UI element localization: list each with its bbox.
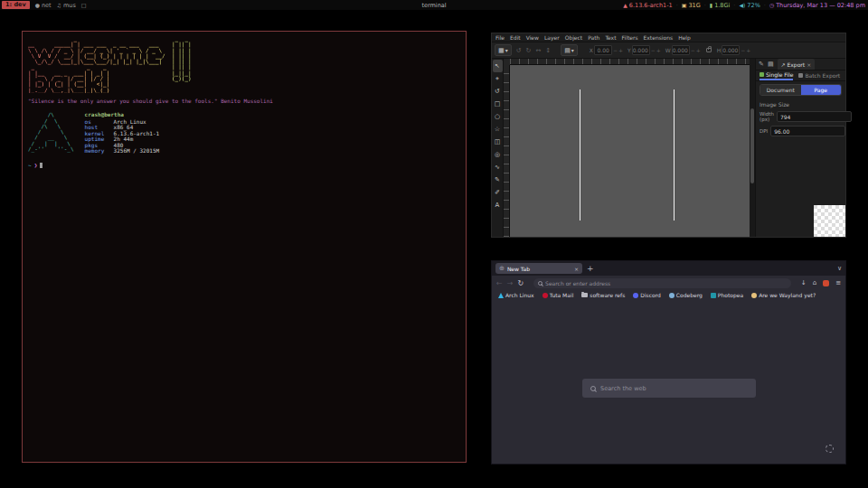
minus-button[interactable]: −: [651, 47, 656, 53]
minus-button[interactable]: −: [691, 47, 695, 53]
menu-text[interactable]: Text: [605, 34, 616, 41]
download-icon[interactable]: ↓: [801, 279, 807, 286]
rotate-cw-icon[interactable]: ↻: [526, 47, 532, 54]
box-3d-tool[interactable]: ◫: [493, 136, 503, 148]
width-input[interactable]: [777, 111, 852, 122]
arch-icon: ▲: [623, 2, 627, 8]
pen-tool[interactable]: ✎: [493, 174, 503, 186]
plus-button[interactable]: +: [696, 47, 701, 53]
x-value[interactable]: 0.00: [594, 45, 612, 55]
h-value[interactable]: 0.000: [722, 45, 740, 55]
objects-panel-icon[interactable]: ✎: [759, 61, 764, 68]
close-tab-icon[interactable]: ×: [574, 266, 579, 272]
page-border-right: [674, 89, 675, 221]
x-spinbox[interactable]: X 0.00 − +: [590, 45, 623, 55]
menu-file[interactable]: File: [495, 34, 505, 41]
tab-list-chevron-icon[interactable]: ∨: [837, 265, 842, 272]
bookmark-arch-linux[interactable]: Arch Linux: [498, 292, 534, 298]
pencil-tool[interactable]: ∿: [493, 161, 503, 174]
minus-button[interactable]: −: [741, 47, 745, 53]
close-icon[interactable]: ×: [807, 61, 811, 68]
grid-icon: ▦: [498, 47, 505, 54]
ellipse-tool[interactable]: ○: [493, 110, 503, 123]
export-tab[interactable]: ↗ Export ×: [778, 59, 816, 70]
new-tab-button[interactable]: +: [587, 264, 594, 273]
reload-button[interactable]: ↻: [517, 279, 524, 287]
disk-module: ▣ 31G: [682, 2, 701, 9]
tab-single-file[interactable]: Single File: [760, 70, 793, 80]
ublock-extension-icon[interactable]: [823, 280, 829, 286]
separator: ·: [704, 2, 706, 9]
align-dropdown[interactable]: ▤ ▾: [561, 44, 578, 56]
rectangle-tool[interactable]: □: [493, 98, 503, 110]
volume-level: 72%: [747, 2, 760, 9]
rectangle-icon: □: [495, 100, 501, 108]
node-tool[interactable]: ⌖: [493, 72, 503, 85]
web-search-input[interactable]: [600, 385, 748, 392]
spiral-tool[interactable]: ◎: [493, 148, 503, 161]
bookmark-photopea[interactable]: Photopea: [711, 292, 743, 298]
batch-export-icon: [798, 73, 803, 78]
minus-button[interactable]: −: [613, 47, 618, 53]
plus-button[interactable]: +: [656, 47, 661, 53]
shape-builder-tool[interactable]: ↺: [493, 85, 503, 98]
h-spinbox[interactable]: H 0.000 − +: [717, 45, 751, 55]
web-search-bar[interactable]: [582, 379, 756, 398]
volume-module[interactable]: ◀) 72%: [739, 2, 760, 9]
terminal-window[interactable]: _ _ _ __ _____| | ___ ___ _ __ ___ ___ |…: [22, 31, 467, 463]
page-button[interactable]: Page: [801, 85, 842, 95]
menu-view[interactable]: View: [526, 34, 539, 41]
dpi-input[interactable]: [770, 126, 845, 136]
shell-prompt[interactable]: ~ ❯: [28, 163, 460, 168]
menu-path[interactable]: Path: [588, 34, 599, 41]
w-value[interactable]: 0.000: [672, 45, 690, 55]
lock-ratio-icon[interactable]: [706, 48, 712, 52]
chevron-down-icon: ▾: [505, 47, 508, 53]
bookmark-label: software refs: [590, 292, 625, 298]
photopea-favicon: [711, 293, 716, 298]
flip-vertical-icon[interactable]: ↕: [545, 47, 551, 54]
plus-button[interactable]: +: [746, 47, 750, 53]
w-spinbox[interactable]: W 0.000 − +: [665, 45, 701, 55]
browser-window[interactable]: ⊕ New Tab × + ∨ ← → ↻ ↓ ⌂ ≡: [491, 260, 846, 465]
pen-icon: ✎: [495, 176, 500, 183]
back-button[interactable]: ←: [496, 279, 503, 287]
selection-mode-dropdown[interactable]: ▦ ▾: [495, 44, 512, 56]
text-tool[interactable]: A: [493, 199, 503, 211]
bookmark-discord[interactable]: Discord: [633, 292, 661, 298]
gear-icon[interactable]: [826, 445, 834, 453]
canvas-area[interactable]: [504, 59, 750, 237]
plus-button[interactable]: +: [618, 47, 623, 53]
calligraphy-tool[interactable]: ✐: [493, 186, 503, 199]
tab-batch-export[interactable]: Batch Export: [798, 70, 840, 80]
active-tab[interactable]: ⊕ New Tab ×: [495, 263, 582, 274]
document-button[interactable]: Document: [760, 85, 801, 95]
star-tool[interactable]: ☆: [493, 123, 503, 136]
scrollbar-thumb[interactable]: [750, 108, 754, 183]
bookmark-label: Codeberg: [676, 292, 703, 298]
flip-horizontal-icon[interactable]: ↔: [535, 47, 541, 54]
bookmark-are-we-wayland-yet[interactable]: Are we Wayland yet?: [751, 292, 816, 298]
url-input[interactable]: [545, 280, 787, 286]
menu-layer[interactable]: Layer: [544, 34, 560, 41]
menu-object[interactable]: Object: [565, 34, 583, 41]
menu-extensions[interactable]: Extensions: [644, 34, 674, 41]
menu-filters[interactable]: Filters: [622, 34, 638, 41]
url-bar[interactable]: [533, 278, 791, 288]
y-spinbox[interactable]: Y 0.000 − +: [627, 45, 661, 55]
menu-icon[interactable]: ≡: [835, 279, 841, 286]
bookmark-codeberg[interactable]: Codeberg: [669, 292, 703, 298]
menu-help[interactable]: Help: [678, 34, 691, 41]
drawing-canvas[interactable]: [510, 65, 750, 237]
inkscape-window[interactable]: File Edit View Layer Object Path Text Fi…: [491, 33, 846, 238]
menu-edit[interactable]: Edit: [510, 34, 521, 41]
layers-panel-icon[interactable]: ▤: [768, 61, 774, 68]
y-value[interactable]: 0.000: [632, 45, 650, 55]
rotate-ccw-icon[interactable]: ↺: [516, 47, 522, 54]
bookmark-tuta-mail[interactable]: Tuta Mail: [542, 292, 574, 298]
datetime: Thursday, Mar 13 — 02:48 pm: [776, 2, 865, 9]
home-icon[interactable]: ⌂: [813, 279, 816, 286]
bookmark-folder-software-refs[interactable]: software refs: [581, 292, 625, 298]
forward-button[interactable]: →: [507, 279, 514, 287]
selector-tool[interactable]: ↖: [493, 60, 503, 72]
